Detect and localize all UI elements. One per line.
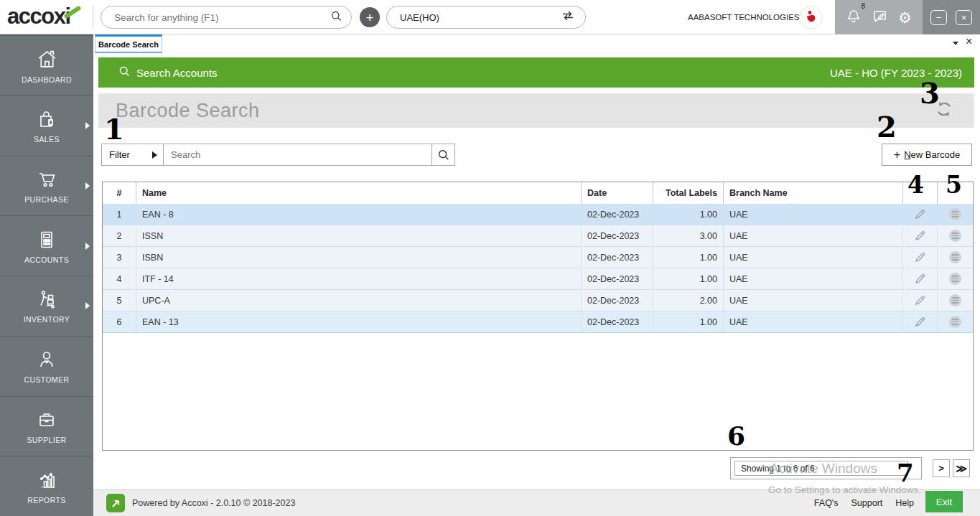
sidebar-item-dashboard[interactable]: DASHBOARD: [0, 36, 93, 96]
table-row[interactable]: 4 ITF - 14 02-Dec-2023 1.00 UAE: [103, 268, 973, 290]
cell-total-labels: 2.00: [653, 290, 724, 311]
edit-row-button[interactable]: [903, 204, 938, 225]
pencil-icon: [914, 251, 926, 263]
support-link[interactable]: Support: [851, 498, 883, 508]
company-menu[interactable]: AABASOFT TECHNOLOGIES: [688, 0, 808, 34]
plus-icon: +: [365, 11, 373, 24]
page-title: Barcode Search: [116, 100, 260, 122]
row-menu-button[interactable]: [938, 290, 973, 311]
cell-name: ISBN: [136, 247, 582, 268]
search-icon[interactable]: [330, 10, 342, 25]
branch-selector[interactable]: UAE(HO): [386, 6, 586, 29]
close-button[interactable]: ×: [956, 10, 972, 25]
table-search-input[interactable]: [164, 149, 431, 160]
submenu-arrow-icon: [85, 122, 90, 129]
submenu-arrow-icon: [85, 302, 90, 309]
sidebar-item-customer[interactable]: CUSTOMER: [0, 337, 93, 397]
faqs-link[interactable]: FAQ's: [814, 498, 839, 508]
notification-badge: 8: [861, 2, 865, 10]
row-menu-button[interactable]: [938, 268, 973, 289]
sidebar-item-sales[interactable]: SALES: [0, 96, 93, 156]
minimize-button[interactable]: −: [930, 10, 947, 25]
global-search[interactable]: [101, 6, 352, 29]
page-title-bar: Barcode Search: [98, 93, 974, 128]
sidebar-item-inventory[interactable]: INVENTORY: [0, 276, 93, 337]
search-icon: [437, 149, 450, 161]
menu-icon: [949, 208, 961, 220]
submenu-arrow-icon: [85, 243, 90, 250]
table-search-button[interactable]: [431, 144, 455, 166]
barcode-table: # Name Date Total Labels Branch Name 1 E…: [102, 182, 974, 451]
switch-branch-icon[interactable]: [561, 9, 575, 26]
exit-button[interactable]: Exit: [925, 491, 963, 512]
table-row[interactable]: 3 ISBN 02-Dec-2023 1.00 UAE: [103, 247, 973, 268]
new-barcode-label: New Barcode: [904, 149, 960, 160]
table-row[interactable]: 5 UPC-A 02-Dec-2023 2.00 UAE: [103, 290, 973, 311]
table-row[interactable]: 2 ISSN 02-Dec-2023 3.00 UAE: [103, 225, 973, 247]
sidebar-item-supplier[interactable]: SUPPLIER: [0, 397, 93, 457]
annotation-7: 7: [897, 461, 914, 485]
filter-label: Filter: [109, 149, 130, 160]
col-header-num: #: [103, 182, 136, 204]
cell-branch: UAE: [724, 290, 903, 311]
edit-row-button[interactable]: [903, 268, 938, 289]
calculator-icon: [35, 228, 58, 251]
sidebar-item-purchase[interactable]: PURCHASE: [0, 156, 93, 217]
row-menu-button[interactable]: [938, 311, 973, 332]
cell-name: ISSN: [136, 225, 582, 246]
col-header-name: Name: [136, 182, 582, 204]
pencil-icon: [914, 208, 926, 220]
col-header-total-labels: Total Labels: [653, 182, 724, 204]
next-page-button[interactable]: >: [933, 459, 950, 477]
cell-date: 02-Dec-2023: [582, 290, 653, 311]
cell-date: 02-Dec-2023: [582, 268, 653, 289]
filter-expand-icon: [152, 151, 157, 159]
window-controls: − ×: [923, 0, 980, 34]
sidebar-item-label: INVENTORY: [24, 315, 70, 324]
cell-total-labels: 3.00: [653, 225, 724, 246]
table-search-field[interactable]: [163, 144, 432, 166]
filter-dropdown[interactable]: Filter: [101, 144, 164, 166]
cell-total-labels: 1.00: [653, 247, 724, 268]
help-link[interactable]: Help: [895, 498, 914, 508]
company-avatar[interactable]: [799, 6, 823, 32]
sidebar-item-label: PURCHASE: [24, 195, 69, 204]
sidebar-item-accounts[interactable]: ACCOUNTS: [0, 216, 93, 276]
edit-row-button[interactable]: [903, 311, 938, 332]
table-row[interactable]: 1 EAN - 8 02-Dec-2023 1.00 UAE: [103, 204, 973, 225]
messages-button[interactable]: [872, 8, 888, 27]
annotation-2: 2: [877, 113, 897, 141]
new-barcode-button[interactable]: + New Barcode: [882, 144, 972, 166]
global-search-input[interactable]: [113, 11, 330, 24]
cell-name: UPC-A: [136, 290, 582, 311]
row-menu-button[interactable]: [938, 225, 973, 246]
tab-close-icon[interactable]: ×: [966, 36, 972, 47]
cell-date: 02-Dec-2023: [582, 225, 653, 246]
edit-row-button[interactable]: [903, 225, 938, 246]
tab-barcode-search[interactable]: Barcode Search: [95, 34, 162, 53]
settings-gear-icon[interactable]: ⚙: [898, 10, 912, 25]
module-title: Search Accounts: [136, 67, 218, 79]
notifications-button[interactable]: 8: [846, 7, 862, 27]
col-header-date: Date: [582, 182, 653, 204]
tab-list-caret-icon[interactable]: [953, 42, 958, 45]
table-header-row: # Name Date Total Labels Branch Name: [103, 182, 973, 204]
sidebar-item-label: CUSTOMER: [24, 375, 69, 384]
cell-num: 2: [103, 225, 136, 246]
add-new-button[interactable]: +: [360, 7, 380, 27]
last-page-button[interactable]: ≫: [953, 459, 970, 477]
pencil-icon: [914, 316, 926, 328]
cell-name: EAN - 13: [136, 311, 582, 332]
annotation-6: 6: [727, 423, 745, 449]
menu-icon: [949, 294, 961, 306]
table-row[interactable]: 6 EAN - 13 02-Dec-2023 1.00 UAE: [103, 311, 973, 333]
fiscal-year-label: UAE - HO (FY 2023 - 2023): [830, 67, 962, 79]
edit-row-button[interactable]: [903, 247, 938, 268]
annotation-1: 1: [104, 115, 124, 144]
briefcase-icon: [35, 408, 58, 431]
row-menu-button[interactable]: [938, 204, 973, 225]
row-menu-button[interactable]: [938, 247, 973, 268]
sidebar-nav: DASHBOARD SALES PURCHASE ACCOUNTS: [0, 34, 93, 516]
sidebar-item-reports[interactable]: REPORTS: [0, 456, 93, 516]
edit-row-button[interactable]: [903, 290, 938, 311]
